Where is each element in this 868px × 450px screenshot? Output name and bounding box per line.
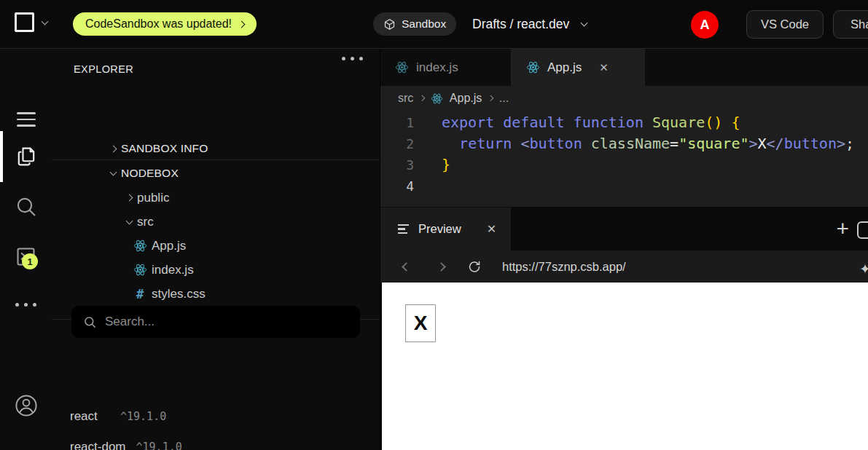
- close-icon[interactable]: ✕: [487, 222, 496, 236]
- file-app-js[interactable]: App.js: [52, 234, 380, 258]
- file-index-js[interactable]: index.js: [52, 258, 380, 282]
- editor-pane: index.js App.js ✕ src: [380, 49, 868, 207]
- hamburger-icon: [17, 112, 36, 127]
- css-icon: #: [136, 287, 144, 301]
- chevron-right-icon: [488, 95, 493, 101]
- square-button[interactable]: X: [405, 304, 436, 342]
- tab-preview[interactable]: Preview ✕: [380, 208, 511, 250]
- chevron-right-icon: [110, 145, 117, 152]
- explorer-header: EXPLORER: [52, 58, 380, 80]
- explorer-panel: EXPLORER SANDBOX INFO NODEBOX public src: [52, 49, 380, 450]
- search-icon: [15, 195, 38, 218]
- code-line[interactable]: 3}: [380, 154, 868, 175]
- update-notification-button[interactable]: CodeSandbox was updated!: [73, 12, 257, 36]
- sandbox-type-badge[interactable]: Sandbox: [373, 12, 456, 36]
- explorer-view-button[interactable]: [0, 131, 52, 182]
- chevron-down-icon: [126, 217, 133, 224]
- share-button[interactable]: Share: [833, 10, 868, 39]
- refresh-button[interactable]: [467, 258, 482, 275]
- sandbox-badge-label: Sandbox: [402, 17, 446, 31]
- codesandbox-logo-menu[interactable]: [15, 12, 47, 32]
- search-icon: [83, 315, 97, 329]
- editor-tab-bar: index.js App.js ✕: [380, 49, 868, 86]
- react-icon: [431, 92, 443, 105]
- react-icon: [526, 60, 540, 74]
- tab-label: App.js: [547, 60, 582, 75]
- workspace-breadcrumb-label: Drafts / react.dev: [472, 17, 569, 32]
- preview-url-bar: https://77sznp.csb.app/ ✦: [380, 250, 868, 283]
- ellipsis-icon: [342, 57, 363, 60]
- url-field[interactable]: https://77sznp.csb.app/: [502, 260, 626, 274]
- section-nodebox[interactable]: NODEBOX: [52, 162, 380, 185]
- activity-bar: 1 ⚙: [0, 49, 52, 450]
- breadcrumb-file: App.js: [450, 92, 482, 105]
- terminal-view-button[interactable]: 1: [0, 238, 52, 275]
- react-icon: [133, 239, 147, 253]
- react-icon: [395, 60, 409, 74]
- sparkle-icon[interactable]: ✦: [859, 261, 868, 277]
- close-icon[interactable]: ✕: [599, 61, 609, 74]
- more-views-button[interactable]: [0, 293, 52, 315]
- preview-tab-label: Preview: [418, 222, 461, 236]
- codesandbox-logo-icon: [15, 12, 34, 32]
- preview-content: X: [382, 283, 868, 450]
- chevron-right-icon: [419, 95, 425, 101]
- chevron-right-icon: [238, 20, 246, 28]
- search-view-button[interactable]: [0, 189, 52, 225]
- avatar-letter: A: [700, 17, 710, 33]
- menu-button[interactable]: [0, 107, 52, 132]
- add-preview-button[interactable]: +: [836, 218, 849, 240]
- file-styles-css[interactable]: # styles.css: [52, 282, 380, 306]
- chevron-down-icon: [581, 20, 588, 27]
- workspace-breadcrumb[interactable]: Drafts / react.dev: [472, 12, 587, 36]
- preview-lines-icon: [398, 224, 409, 234]
- line-number: 3: [380, 154, 423, 175]
- explorer-title: EXPLORER: [74, 63, 133, 75]
- line-number: 2: [380, 133, 423, 154]
- folder-src[interactable]: src: [52, 210, 380, 234]
- code-line[interactable]: 1export default function Square() {: [380, 112, 868, 133]
- divider: [52, 159, 380, 160]
- explorer-menu-button[interactable]: [342, 57, 363, 60]
- dependency-search-input[interactable]: [105, 315, 348, 329]
- preview-tab-bar: Preview ✕ +: [380, 208, 868, 250]
- tab-app-js[interactable]: App.js ✕: [512, 49, 645, 86]
- back-button[interactable]: [399, 264, 413, 270]
- chevron-down-icon: [42, 17, 49, 25]
- editor-breadcrumb[interactable]: src App.js ...: [398, 86, 509, 111]
- update-notification-label: CodeSandbox was updated!: [85, 17, 232, 31]
- tab-label: index.js: [416, 60, 458, 75]
- folder-public[interactable]: public: [52, 186, 380, 210]
- files-icon: [14, 144, 39, 169]
- topbar: CodeSandbox was updated! Sandbox Drafts …: [0, 0, 868, 49]
- terminal-count-badge: 1: [22, 253, 38, 269]
- chevron-down-icon: [110, 169, 117, 176]
- account-button[interactable]: [0, 385, 52, 426]
- preview-pane: Preview ✕ + https://77sznp.csb.app/ ✦ X: [380, 207, 868, 450]
- account-icon: [14, 393, 39, 418]
- section-sandbox-info[interactable]: SANDBOX INFO: [52, 138, 380, 159]
- package-row-react[interactable]: react ^19.1.0: [70, 406, 361, 427]
- dependency-search: [71, 306, 360, 338]
- vscode-button[interactable]: VS Code: [746, 10, 824, 39]
- line-number: 4: [380, 175, 423, 197]
- breadcrumb-tail: ...: [499, 92, 509, 105]
- code-editor[interactable]: 1export default function Square() {2 ret…: [380, 112, 868, 197]
- breadcrumb-folder: src: [398, 92, 413, 105]
- ellipsis-icon: [15, 303, 36, 307]
- layout-icon[interactable]: [857, 221, 868, 239]
- line-number: 1: [380, 112, 423, 133]
- package-row-react-dom[interactable]: react-dom ^19.1.0: [70, 436, 361, 450]
- tab-index-js[interactable]: index.js: [380, 49, 512, 86]
- refresh-icon: [467, 258, 482, 275]
- codesandbox-window: CodeSandbox was updated! Sandbox Drafts …: [0, 0, 868, 450]
- code-line[interactable]: 2 return <button className="square">X</b…: [380, 133, 868, 154]
- forward-button[interactable]: [434, 264, 448, 270]
- chevron-right-icon: [126, 194, 133, 202]
- avatar[interactable]: A: [691, 11, 719, 39]
- cube-icon: [383, 18, 396, 31]
- react-icon: [133, 263, 147, 277]
- code-line[interactable]: 4: [380, 175, 868, 197]
